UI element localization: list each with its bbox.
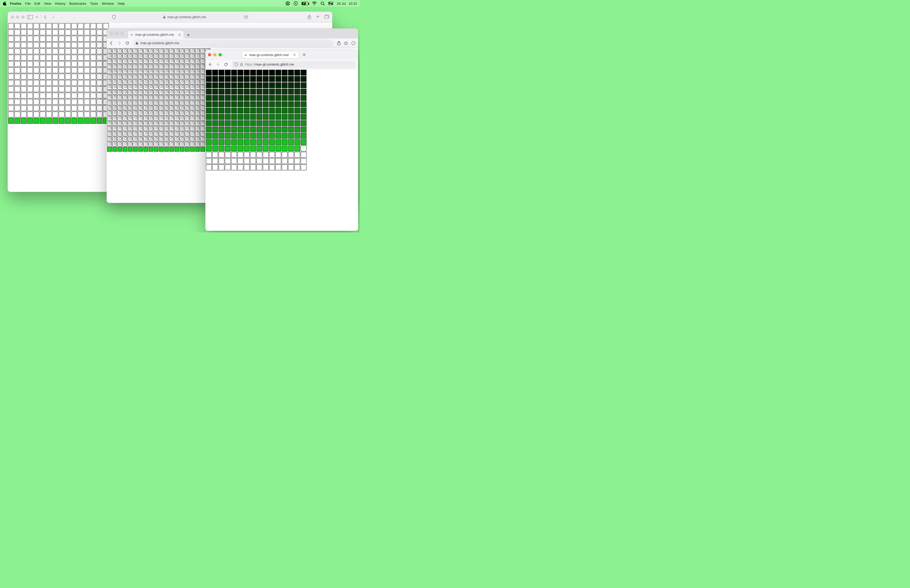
canvas-cell (169, 111, 174, 115)
forward-icon[interactable] (216, 62, 220, 66)
canvas-cell (34, 93, 39, 99)
canvas-cell (112, 69, 117, 74)
canvas-cell (196, 121, 200, 126)
close-icon[interactable] (178, 34, 181, 36)
traffic-close-icon[interactable] (11, 16, 14, 19)
tab-overview-icon[interactable] (324, 15, 329, 19)
apple-menu-icon[interactable] (3, 1, 6, 5)
menubar-app-name[interactable]: Firefox (10, 2, 21, 5)
menubar-clock[interactable]: 26 Jul 10:32 (337, 2, 357, 5)
spotlight-search-icon[interactable] (320, 1, 325, 5)
canvas-cell (128, 131, 133, 136)
chrome-traffic-lights[interactable] (110, 32, 123, 35)
tracking-protection-shield-icon[interactable] (234, 62, 238, 66)
canvas-cell (78, 111, 84, 117)
extensions-puzzle-icon[interactable] (351, 41, 356, 45)
menu-window[interactable]: Window (102, 2, 114, 5)
reload-icon[interactable] (244, 15, 248, 19)
traffic-close-icon[interactable] (208, 53, 211, 57)
canvas-cell (275, 133, 281, 139)
canvas-cell (282, 152, 288, 158)
canvas-cell (123, 95, 128, 100)
canvas-cell (288, 101, 294, 107)
back-icon[interactable] (208, 62, 212, 66)
new-tab-button[interactable] (185, 32, 192, 39)
lock-icon[interactable] (240, 63, 243, 66)
back-icon[interactable] (109, 41, 113, 45)
canvas-cell (164, 100, 169, 105)
canvas-cell (107, 131, 112, 136)
traffic-minimize-icon[interactable] (213, 53, 217, 57)
menu-tools[interactable]: Tools (90, 2, 98, 5)
grammarly-menubar-icon[interactable] (286, 1, 290, 5)
chrome-omnibox[interactable]: max-gl-contexts.glitch.me (133, 39, 333, 47)
safari-forward-icon[interactable] (52, 15, 55, 19)
safari-address-bar[interactable]: max-gl-contexts.glitch.me (119, 13, 251, 21)
canvas-cell (27, 93, 33, 99)
firefox-traffic-lights[interactable] (208, 53, 222, 57)
canvas-cell (190, 105, 195, 110)
control-center-icon[interactable] (328, 2, 333, 5)
menu-history[interactable]: History (55, 2, 66, 5)
menu-help[interactable]: Help (118, 2, 125, 5)
forward-icon[interactable] (117, 41, 121, 45)
canvas-cell (301, 133, 307, 139)
traffic-minimize-icon[interactable] (16, 16, 19, 19)
traffic-minimize-icon[interactable] (115, 32, 118, 35)
safari-traffic-lights[interactable] (11, 16, 24, 19)
traffic-zoom-icon[interactable] (21, 16, 24, 19)
traffic-close-icon[interactable] (110, 32, 113, 35)
canvas-cell (175, 111, 179, 115)
media-playing-menubar-icon[interactable] (294, 1, 298, 5)
canvas-cell (97, 111, 102, 117)
canvas-cell (269, 165, 275, 170)
bookmark-star-icon[interactable] (344, 41, 348, 45)
canvas-cell (175, 137, 179, 141)
new-tab-icon[interactable] (316, 15, 320, 19)
canvas-cell (27, 36, 33, 42)
canvas-cell (301, 120, 307, 126)
canvas-cell (200, 137, 205, 141)
canvas-cell (97, 80, 102, 86)
share-icon[interactable] (337, 41, 341, 45)
canvas-cell (212, 82, 218, 88)
canvas-cell (40, 86, 45, 92)
traffic-zoom-icon[interactable] (218, 53, 222, 57)
canvas-cell (282, 82, 288, 88)
menu-bookmarks[interactable]: Bookmarks (69, 2, 86, 5)
menu-file[interactable]: File (25, 2, 31, 5)
canvas-cell (288, 145, 294, 151)
safari-privacy-shield-icon[interactable] (112, 15, 116, 19)
close-icon[interactable] (293, 53, 296, 56)
reload-icon[interactable] (224, 62, 228, 66)
traffic-zoom-icon[interactable] (120, 32, 123, 35)
canvas-cell (282, 145, 288, 151)
canvas-cell (238, 127, 243, 132)
wifi-menubar-icon[interactable] (312, 2, 317, 5)
firefox-urlbar[interactable]: https://max-gl-contexts.glitch.me (232, 61, 356, 68)
chevron-down-icon[interactable] (36, 16, 38, 18)
canvas-cell (185, 131, 189, 136)
new-tab-button[interactable] (301, 51, 307, 58)
canvas-cell (206, 165, 212, 170)
canvas-cell (294, 76, 300, 82)
reload-icon[interactable] (125, 41, 129, 45)
firefox-tab[interactable]: ∞ max-gl-contexts.glitch.me/ (242, 51, 299, 58)
canvas-cell (175, 54, 179, 58)
battery-menubar-icon[interactable]: ⚡ (302, 2, 308, 5)
canvas-cell (15, 42, 20, 48)
chrome-tab[interactable]: ∞ max-gl-contexts.glitch.me (128, 31, 184, 39)
safari-sidebar-toggle-icon[interactable] (27, 15, 33, 19)
canvas-cell (288, 70, 294, 76)
canvas-cell (40, 67, 45, 73)
menu-edit[interactable]: Edit (34, 2, 40, 5)
canvas-cell (196, 142, 200, 146)
canvas-cell (84, 29, 90, 35)
canvas-cell (180, 137, 184, 141)
safari-back-icon[interactable] (44, 15, 47, 19)
menu-view[interactable]: View (44, 2, 51, 5)
share-icon[interactable] (307, 15, 311, 19)
canvas-cell (282, 158, 288, 164)
canvas-cell (206, 95, 212, 101)
canvas-cell (144, 111, 148, 115)
